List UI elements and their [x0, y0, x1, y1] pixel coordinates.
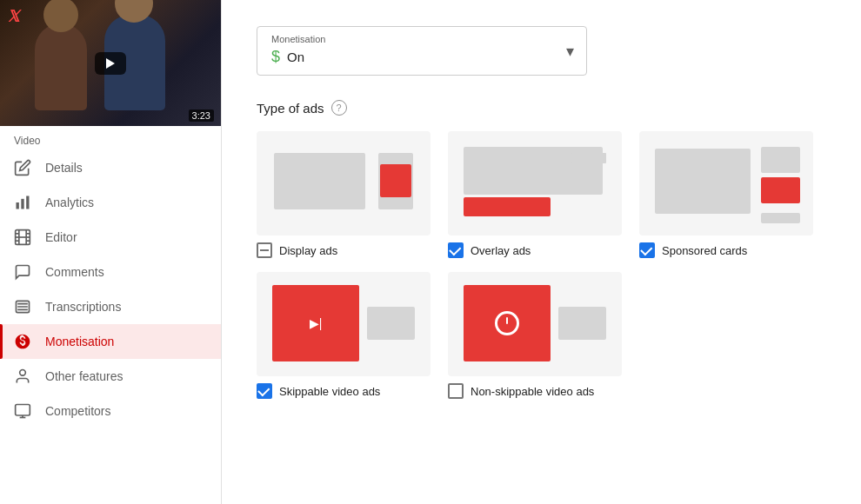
monetisation-dropdown[interactable]: Monetisation $ On ▾: [257, 26, 587, 76]
sidebar: 𝕏 3:23 Video Details Analytics: [0, 0, 222, 504]
sidebar-other-features-label: Other features: [45, 369, 123, 383]
non-skippable-video-ads-checkbox[interactable]: [448, 383, 464, 399]
display-ad-checkbox-row[interactable]: Display ads: [257, 242, 430, 258]
skippable-ad-preview: [257, 272, 430, 376]
type-of-ads-title: Type of ads: [257, 101, 324, 116]
sidebar-item-details[interactable]: Details: [0, 150, 221, 185]
overlay-ad-checkbox-row[interactable]: Overlay ads: [448, 242, 622, 258]
ad-card-nonskippable: Non-skippable video ads: [448, 272, 622, 399]
monetisation-status: On: [287, 50, 304, 64]
bar-chart-icon: [14, 194, 31, 211]
youtube-play-icon: [95, 52, 126, 75]
ad-card-display: Display ads: [257, 131, 430, 258]
nonskippable-ad-preview: [448, 272, 622, 376]
ad-card-sponsored: Sponsored cards: [639, 131, 813, 258]
skippable-video-ads-label: Skippable video ads: [279, 385, 380, 398]
sidebar-details-label: Details: [45, 161, 83, 175]
display-ad-preview: [257, 131, 430, 235]
edit-icon: [14, 159, 31, 176]
translate-icon: [14, 298, 31, 315]
sidebar-editor-label: Editor: [45, 230, 77, 244]
ad-card-skippable: Skippable video ads: [257, 272, 430, 399]
nonskippable-play-icon: [464, 285, 551, 361]
film-icon: [14, 229, 31, 246]
sidebar-competitors-label: Competitors: [45, 404, 110, 418]
sidebar-item-editor[interactable]: Editor: [0, 220, 221, 255]
svg-rect-2: [26, 196, 29, 209]
overlay-ads-checkbox[interactable]: [448, 242, 464, 258]
skippable-play-icon: [272, 285, 359, 361]
overlay-ad-preview: [448, 131, 622, 235]
sidebar-item-transcriptions[interactable]: Transcriptions: [0, 289, 221, 324]
svg-point-11: [20, 370, 26, 376]
x-logo-icon: 𝕏: [7, 7, 24, 24]
tv-icon: [14, 402, 31, 420]
help-icon[interactable]: ?: [331, 100, 347, 116]
sponsored-cards-label: Sponsored cards: [662, 244, 747, 257]
sidebar-monetisation-label: Monetisation: [45, 335, 114, 348]
video-thumbnail[interactable]: 𝕏 3:23: [0, 0, 221, 126]
sidebar-video-label: Video: [0, 126, 221, 150]
sponsored-cards-checkbox-row[interactable]: Sponsored cards: [639, 242, 813, 258]
display-ads-label: Display ads: [279, 244, 337, 257]
sidebar-item-comments[interactable]: Comments: [0, 255, 221, 289]
monetisation-value-row: $ On: [271, 48, 572, 66]
dollar-circle-icon: [14, 333, 31, 350]
overlay-ads-label: Overlay ads: [471, 244, 531, 257]
ads-grid: Display ads Overlay ads: [257, 131, 826, 399]
sidebar-item-other-features[interactable]: Other features: [0, 359, 221, 394]
type-of-ads-header: Type of ads ?: [257, 100, 826, 116]
monetisation-field-label: Monetisation: [271, 34, 572, 44]
svg-rect-12: [16, 405, 30, 416]
currency-icon: $: [271, 48, 280, 66]
video-duration: 3:23: [189, 109, 214, 122]
main-content: Monetisation $ On ▾ Type of ads ? Displa…: [222, 0, 861, 504]
chevron-down-icon: ▾: [566, 42, 574, 61]
non-skippable-video-ads-label: Non-skippable video ads: [471, 385, 594, 398]
display-ads-checkbox[interactable]: [257, 242, 272, 258]
sponsored-cards-preview: [639, 131, 813, 235]
nonskippable-ad-checkbox-row[interactable]: Non-skippable video ads: [448, 383, 622, 399]
sponsored-cards-checkbox[interactable]: [639, 242, 655, 258]
sidebar-item-analytics[interactable]: Analytics: [0, 185, 221, 220]
sidebar-item-competitors[interactable]: Competitors: [0, 394, 221, 428]
svg-rect-0: [17, 202, 19, 209]
sidebar-analytics-label: Analytics: [45, 196, 94, 209]
skippable-ad-checkbox-row[interactable]: Skippable video ads: [257, 383, 430, 399]
ad-card-overlay: Overlay ads: [448, 131, 622, 258]
skippable-video-ads-checkbox[interactable]: [257, 383, 272, 399]
person-icon: [14, 368, 31, 385]
comment-icon: [14, 263, 31, 281]
sidebar-item-monetisation[interactable]: Monetisation: [0, 324, 221, 359]
svg-rect-1: [21, 199, 23, 209]
sidebar-transcriptions-label: Transcriptions: [45, 300, 121, 314]
sidebar-comments-label: Comments: [45, 265, 104, 279]
